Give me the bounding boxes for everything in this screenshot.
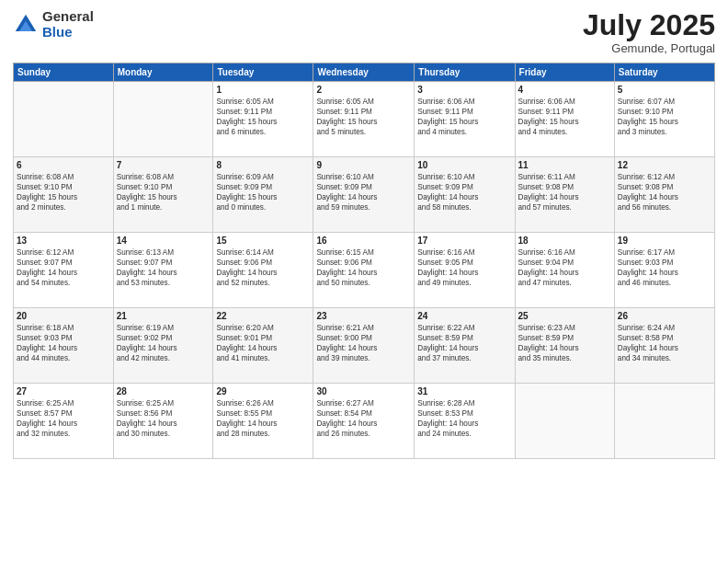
day-number: 19 bbox=[618, 236, 711, 246]
calendar-cell: 7Sunrise: 6:08 AM Sunset: 9:10 PM Daylig… bbox=[113, 157, 213, 233]
day-info: Sunrise: 6:16 AM Sunset: 9:05 PM Dayligh… bbox=[417, 247, 511, 288]
day-number: 16 bbox=[316, 236, 411, 246]
calendar-week-1: 1Sunrise: 6:05 AM Sunset: 9:11 PM Daylig… bbox=[14, 82, 715, 157]
day-number: 5 bbox=[618, 85, 711, 95]
day-info: Sunrise: 6:06 AM Sunset: 9:11 PM Dayligh… bbox=[417, 97, 511, 137]
logo: General Blue bbox=[13, 9, 94, 40]
day-info: Sunrise: 6:15 AM Sunset: 9:06 PM Dayligh… bbox=[316, 247, 411, 288]
calendar-header-row: SundayMondayTuesdayWednesdayThursdayFrid… bbox=[14, 63, 715, 82]
day-header-friday: Friday bbox=[515, 63, 614, 82]
day-number: 8 bbox=[216, 160, 310, 170]
day-number: 27 bbox=[17, 386, 110, 396]
calendar-cell: 16Sunrise: 6:15 AM Sunset: 9:06 PM Dayli… bbox=[313, 233, 415, 308]
page: General Blue July 2025 Gemunde, Portugal… bbox=[0, 0, 728, 563]
day-info: Sunrise: 6:13 AM Sunset: 9:07 PM Dayligh… bbox=[117, 247, 210, 288]
month-title: July 2025 bbox=[583, 9, 715, 41]
calendar-cell: 8Sunrise: 6:09 AM Sunset: 9:09 PM Daylig… bbox=[213, 157, 313, 233]
calendar-table: SundayMondayTuesdayWednesdayThursdayFrid… bbox=[13, 63, 715, 459]
day-info: Sunrise: 6:27 AM Sunset: 8:54 PM Dayligh… bbox=[316, 398, 411, 439]
calendar-cell: 14Sunrise: 6:13 AM Sunset: 9:07 PM Dayli… bbox=[113, 233, 213, 308]
day-number: 10 bbox=[417, 160, 511, 170]
day-info: Sunrise: 6:16 AM Sunset: 9:04 PM Dayligh… bbox=[518, 247, 611, 288]
day-number: 20 bbox=[17, 311, 110, 321]
day-header-thursday: Thursday bbox=[415, 63, 515, 82]
calendar-cell bbox=[515, 384, 614, 459]
logo-icon bbox=[13, 12, 39, 38]
calendar-cell: 17Sunrise: 6:16 AM Sunset: 9:05 PM Dayli… bbox=[415, 233, 515, 308]
day-info: Sunrise: 6:09 AM Sunset: 9:09 PM Dayligh… bbox=[216, 172, 310, 213]
day-number: 9 bbox=[316, 160, 411, 170]
calendar-cell: 2Sunrise: 6:05 AM Sunset: 9:11 PM Daylig… bbox=[313, 82, 415, 157]
day-info: Sunrise: 6:23 AM Sunset: 8:59 PM Dayligh… bbox=[518, 323, 611, 363]
calendar-cell: 1Sunrise: 6:05 AM Sunset: 9:11 PM Daylig… bbox=[213, 82, 313, 157]
day-number: 1 bbox=[216, 85, 310, 95]
calendar-cell: 25Sunrise: 6:23 AM Sunset: 8:59 PM Dayli… bbox=[515, 308, 614, 384]
calendar-cell bbox=[14, 82, 114, 157]
day-info: Sunrise: 6:10 AM Sunset: 9:09 PM Dayligh… bbox=[316, 172, 411, 213]
day-number: 6 bbox=[17, 160, 110, 170]
calendar-cell: 12Sunrise: 6:12 AM Sunset: 9:08 PM Dayli… bbox=[614, 157, 714, 233]
day-info: Sunrise: 6:22 AM Sunset: 8:59 PM Dayligh… bbox=[417, 323, 511, 363]
calendar-week-5: 27Sunrise: 6:25 AM Sunset: 8:57 PM Dayli… bbox=[14, 384, 715, 459]
day-info: Sunrise: 6:26 AM Sunset: 8:55 PM Dayligh… bbox=[216, 398, 310, 439]
day-number: 23 bbox=[316, 311, 411, 321]
day-number: 22 bbox=[216, 311, 310, 321]
calendar-cell: 6Sunrise: 6:08 AM Sunset: 9:10 PM Daylig… bbox=[14, 157, 114, 233]
day-header-saturday: Saturday bbox=[614, 63, 714, 82]
day-number: 13 bbox=[17, 236, 110, 246]
calendar-cell: 28Sunrise: 6:25 AM Sunset: 8:56 PM Dayli… bbox=[113, 384, 213, 459]
logo-general: General bbox=[42, 9, 94, 25]
day-number: 18 bbox=[518, 236, 611, 246]
calendar-cell: 11Sunrise: 6:11 AM Sunset: 9:08 PM Dayli… bbox=[515, 157, 614, 233]
day-number: 7 bbox=[117, 160, 210, 170]
calendar-cell: 3Sunrise: 6:06 AM Sunset: 9:11 PM Daylig… bbox=[415, 82, 515, 157]
day-info: Sunrise: 6:24 AM Sunset: 8:58 PM Dayligh… bbox=[618, 323, 711, 363]
day-number: 24 bbox=[417, 311, 511, 321]
day-info: Sunrise: 6:28 AM Sunset: 8:53 PM Dayligh… bbox=[417, 398, 511, 439]
title-area: July 2025 Gemunde, Portugal bbox=[583, 9, 715, 55]
calendar-cell bbox=[113, 82, 213, 157]
calendar-cell: 23Sunrise: 6:21 AM Sunset: 9:00 PM Dayli… bbox=[313, 308, 415, 384]
day-number: 11 bbox=[518, 160, 611, 170]
day-number: 21 bbox=[117, 311, 210, 321]
calendar-cell: 20Sunrise: 6:18 AM Sunset: 9:03 PM Dayli… bbox=[14, 308, 114, 384]
calendar-cell: 27Sunrise: 6:25 AM Sunset: 8:57 PM Dayli… bbox=[14, 384, 114, 459]
day-header-wednesday: Wednesday bbox=[313, 63, 415, 82]
day-number: 12 bbox=[618, 160, 711, 170]
day-number: 15 bbox=[216, 236, 310, 246]
day-number: 25 bbox=[518, 311, 611, 321]
calendar-cell: 31Sunrise: 6:28 AM Sunset: 8:53 PM Dayli… bbox=[415, 384, 515, 459]
day-info: Sunrise: 6:07 AM Sunset: 9:10 PM Dayligh… bbox=[618, 97, 711, 137]
day-number: 14 bbox=[117, 236, 210, 246]
day-info: Sunrise: 6:05 AM Sunset: 9:11 PM Dayligh… bbox=[216, 97, 310, 137]
day-header-monday: Monday bbox=[113, 63, 213, 82]
day-info: Sunrise: 6:14 AM Sunset: 9:06 PM Dayligh… bbox=[216, 247, 310, 288]
day-info: Sunrise: 6:25 AM Sunset: 8:57 PM Dayligh… bbox=[17, 398, 110, 439]
calendar-cell: 24Sunrise: 6:22 AM Sunset: 8:59 PM Dayli… bbox=[415, 308, 515, 384]
day-info: Sunrise: 6:25 AM Sunset: 8:56 PM Dayligh… bbox=[117, 398, 210, 439]
day-number: 3 bbox=[417, 85, 511, 95]
calendar-cell: 10Sunrise: 6:10 AM Sunset: 9:09 PM Dayli… bbox=[415, 157, 515, 233]
day-info: Sunrise: 6:18 AM Sunset: 9:03 PM Dayligh… bbox=[17, 323, 110, 363]
calendar-cell: 22Sunrise: 6:20 AM Sunset: 9:01 PM Dayli… bbox=[213, 308, 313, 384]
day-info: Sunrise: 6:20 AM Sunset: 9:01 PM Dayligh… bbox=[216, 323, 310, 363]
day-info: Sunrise: 6:12 AM Sunset: 9:08 PM Dayligh… bbox=[618, 172, 711, 213]
calendar-cell: 15Sunrise: 6:14 AM Sunset: 9:06 PM Dayli… bbox=[213, 233, 313, 308]
day-info: Sunrise: 6:19 AM Sunset: 9:02 PM Dayligh… bbox=[117, 323, 210, 363]
day-number: 30 bbox=[316, 386, 411, 396]
day-info: Sunrise: 6:08 AM Sunset: 9:10 PM Dayligh… bbox=[117, 172, 210, 213]
day-info: Sunrise: 6:11 AM Sunset: 9:08 PM Dayligh… bbox=[518, 172, 611, 213]
calendar-cell: 18Sunrise: 6:16 AM Sunset: 9:04 PM Dayli… bbox=[515, 233, 614, 308]
day-number: 28 bbox=[117, 386, 210, 396]
calendar-cell: 4Sunrise: 6:06 AM Sunset: 9:11 PM Daylig… bbox=[515, 82, 614, 157]
logo-text: General Blue bbox=[42, 9, 94, 40]
calendar-week-3: 13Sunrise: 6:12 AM Sunset: 9:07 PM Dayli… bbox=[14, 233, 715, 308]
day-info: Sunrise: 6:12 AM Sunset: 9:07 PM Dayligh… bbox=[17, 247, 110, 288]
calendar-cell: 21Sunrise: 6:19 AM Sunset: 9:02 PM Dayli… bbox=[113, 308, 213, 384]
day-number: 26 bbox=[618, 311, 711, 321]
day-info: Sunrise: 6:10 AM Sunset: 9:09 PM Dayligh… bbox=[417, 172, 511, 213]
calendar-cell bbox=[614, 384, 714, 459]
subtitle: Gemunde, Portugal bbox=[583, 41, 715, 55]
calendar-week-4: 20Sunrise: 6:18 AM Sunset: 9:03 PM Dayli… bbox=[14, 308, 715, 384]
calendar-cell: 26Sunrise: 6:24 AM Sunset: 8:58 PM Dayli… bbox=[614, 308, 714, 384]
